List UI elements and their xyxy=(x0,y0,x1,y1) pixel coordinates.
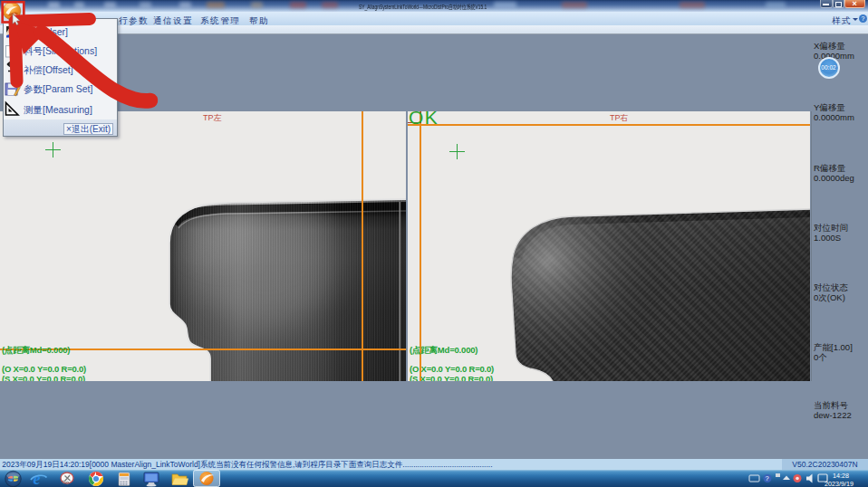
svg-text:2023/9/19: 2023/9/19 xyxy=(825,480,854,487)
svg-text:?: ? xyxy=(766,474,769,482)
svg-text:e: e xyxy=(34,470,41,487)
